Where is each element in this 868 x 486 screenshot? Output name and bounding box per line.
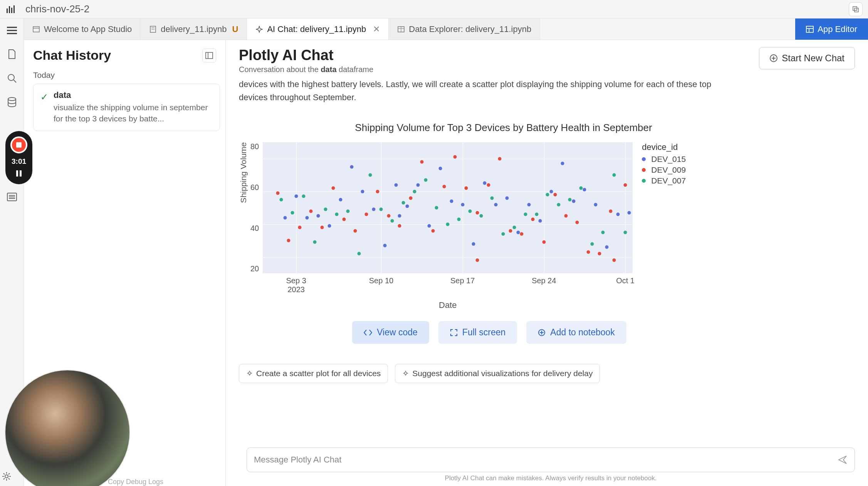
data-point[interactable]	[564, 214, 568, 218]
data-point[interactable]	[416, 183, 420, 187]
data-point[interactable]	[505, 196, 509, 200]
close-icon[interactable]: ✕	[373, 24, 380, 34]
data-point[interactable]	[357, 252, 361, 256]
tab-data-explorer[interactable]: Data Explorer: delivery_11.ipynb	[389, 18, 540, 40]
data-point[interactable]	[302, 195, 305, 198]
data-point[interactable]	[601, 230, 605, 234]
search-icon[interactable]	[5, 72, 18, 85]
scatter-plot[interactable]	[263, 142, 633, 273]
data-point[interactable]	[535, 213, 538, 216]
data-point[interactable]	[516, 230, 520, 234]
data-point[interactable]	[402, 201, 405, 205]
data-point[interactable]	[361, 190, 364, 193]
chat-input[interactable]	[254, 455, 838, 465]
data-point[interactable]	[616, 213, 620, 216]
data-point[interactable]	[613, 259, 616, 262]
data-point[interactable]	[291, 211, 294, 214]
add-to-notebook-button[interactable]: Add to notebook	[526, 321, 626, 344]
data-point[interactable]	[320, 226, 324, 229]
file-icon[interactable]	[5, 48, 18, 61]
start-new-chat-button[interactable]: Start New Chat	[759, 47, 855, 69]
data-point[interactable]	[379, 208, 383, 211]
data-point[interactable]	[387, 214, 390, 218]
data-point[interactable]	[350, 165, 353, 168]
data-point[interactable]	[317, 214, 320, 218]
data-point[interactable]	[498, 157, 501, 160]
data-point[interactable]	[398, 224, 401, 227]
data-point[interactable]	[280, 198, 283, 201]
data-point[interactable]	[450, 200, 453, 203]
data-point[interactable]	[405, 204, 409, 208]
data-point[interactable]	[561, 162, 564, 165]
data-point[interactable]	[487, 183, 490, 187]
data-point[interactable]	[476, 259, 479, 262]
gear-icon[interactable]	[0, 470, 13, 483]
view-code-button[interactable]: View code	[352, 321, 429, 344]
suggestion-chip[interactable]: ✧ Suggest additional visualizations for …	[395, 364, 600, 383]
data-point[interactable]	[609, 209, 612, 213]
data-point[interactable]	[461, 203, 464, 206]
data-point[interactable]	[368, 173, 372, 177]
data-point[interactable]	[572, 200, 575, 203]
data-point[interactable]	[446, 222, 450, 226]
data-point[interactable]	[439, 167, 442, 170]
data-point[interactable]	[391, 219, 394, 223]
data-point[interactable]	[339, 198, 342, 201]
data-point[interactable]	[576, 221, 579, 224]
data-point[interactable]	[335, 213, 339, 216]
legend-item[interactable]: DEV_009	[642, 165, 686, 175]
data-point[interactable]	[587, 250, 590, 254]
data-point[interactable]	[583, 188, 586, 192]
hamburger-icon[interactable]	[5, 24, 18, 37]
data-point[interactable]	[365, 213, 368, 216]
data-point[interactable]	[624, 230, 627, 234]
data-point[interactable]	[283, 216, 287, 219]
data-point[interactable]	[542, 240, 546, 244]
data-point[interactable]	[479, 214, 483, 218]
data-point[interactable]	[494, 203, 498, 206]
legend-item[interactable]: DEV_007	[642, 176, 686, 185]
data-point[interactable]	[453, 155, 457, 159]
data-point[interactable]	[409, 196, 413, 200]
data-point[interactable]	[442, 185, 446, 188]
data-point[interactable]	[372, 208, 376, 211]
data-point[interactable]	[520, 232, 524, 236]
data-point[interactable]	[513, 226, 516, 229]
data-point[interactable]	[420, 160, 424, 164]
data-point[interactable]	[424, 178, 427, 182]
send-icon[interactable]	[838, 455, 848, 465]
data-point[interactable]	[531, 217, 535, 221]
data-point[interactable]	[550, 190, 553, 193]
data-point[interactable]	[568, 198, 572, 201]
suggestion-chip[interactable]: ✧ Create a scatter plot for all devices	[239, 364, 388, 383]
data-point[interactable]	[331, 187, 335, 190]
data-point[interactable]	[594, 203, 598, 206]
app-editor-button[interactable]: App Editor	[795, 18, 868, 40]
data-point[interactable]	[294, 195, 298, 198]
data-point[interactable]	[435, 206, 438, 210]
data-point[interactable]	[309, 209, 313, 213]
copy-debug-logs-link[interactable]: Copy Debug Logs	[108, 478, 163, 486]
legend-item[interactable]: DEV_015	[642, 155, 686, 164]
data-point[interactable]	[342, 217, 346, 221]
data-point[interactable]	[354, 229, 357, 232]
data-point[interactable]	[624, 183, 627, 187]
data-point[interactable]	[605, 246, 609, 249]
data-point[interactable]	[483, 182, 487, 185]
database-icon[interactable]	[5, 96, 18, 109]
data-point[interactable]	[468, 209, 472, 213]
data-point[interactable]	[627, 211, 631, 214]
full-screen-button[interactable]: Full screen	[438, 321, 517, 344]
data-point[interactable]	[346, 209, 350, 213]
data-point[interactable]	[579, 187, 583, 190]
data-point[interactable]	[490, 196, 494, 200]
data-point[interactable]	[476, 211, 479, 214]
data-point[interactable]	[398, 214, 401, 218]
data-point[interactable]	[613, 173, 616, 177]
data-point[interactable]	[376, 190, 379, 193]
data-point[interactable]	[546, 193, 549, 197]
data-point[interactable]	[553, 193, 557, 197]
data-point[interactable]	[328, 224, 331, 227]
data-point[interactable]	[509, 229, 512, 232]
tab-notebook[interactable]: delivery_11.ipynb U	[141, 18, 247, 40]
